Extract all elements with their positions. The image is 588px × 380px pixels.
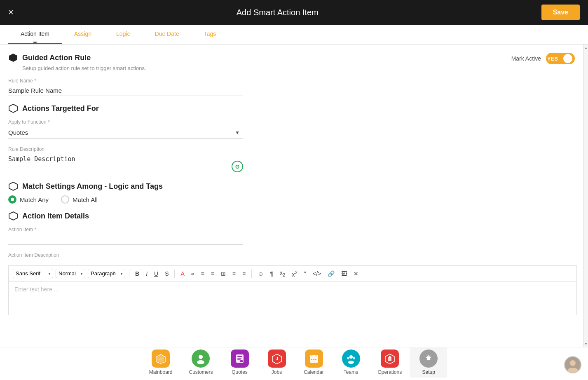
bottom-nav: ⌂ Mainboard Customers Quotes — [0, 347, 588, 380]
match-any-option[interactable]: Match Any — [8, 195, 49, 204]
quotes-icon — [231, 350, 249, 368]
font-size-select[interactable]: Normal Small Large — [56, 269, 85, 278]
svg-marker-2 — [9, 182, 17, 190]
tab-due-date[interactable]: Due Date — [143, 25, 192, 44]
editor-body[interactable]: Enter text here ... — [9, 282, 576, 315]
section-header-match: Match Settings Among - Logic and Tags — [8, 181, 575, 191]
calendar-icon — [305, 350, 323, 368]
font-family-wrapper: Sans Serif Serif Monospace — [13, 269, 53, 278]
match-any-radio[interactable] — [8, 195, 16, 204]
rule-name-input[interactable] — [8, 85, 243, 96]
paragraph-mark-button[interactable]: ¶ — [268, 269, 276, 278]
mainboard-label: Mainboard — [149, 369, 173, 375]
apply-to-label: Apply to Function * — [8, 119, 575, 125]
svg-rect-29 — [389, 356, 391, 358]
customers-icon — [192, 350, 210, 368]
action-item-input[interactable] — [8, 234, 243, 245]
grammarly-icon[interactable]: G — [232, 161, 243, 172]
font-size-wrapper: Normal Small Large — [56, 269, 85, 278]
teams-icon — [342, 350, 360, 368]
svg-rect-11 — [237, 358, 241, 359]
nav-item-setup[interactable]: Setup — [410, 347, 447, 378]
tab-logic[interactable]: Logic — [104, 25, 142, 44]
apply-to-wrapper: Quotes Orders Invoices Customers ▼ — [8, 127, 243, 139]
app-header: × Add Smart Action Item Save — [0, 0, 588, 25]
nav-item-quotes[interactable]: Quotes — [221, 347, 258, 378]
rule-name-label: Rule Name * — [8, 78, 575, 84]
action-item-group: Action Item * — [8, 227, 575, 245]
tab-action-item[interactable]: Action Item — [8, 25, 62, 44]
svg-point-26 — [348, 361, 354, 364]
code-button[interactable]: </> — [311, 269, 323, 278]
svg-rect-12 — [237, 359, 241, 360]
strikethrough-button[interactable]: S — [163, 269, 171, 278]
tab-tags[interactable]: Tags — [192, 25, 229, 44]
section-header-details: Action Item Details — [8, 211, 575, 221]
nav-item-operations[interactable]: Operations — [370, 347, 410, 378]
match-all-radio[interactable] — [61, 195, 69, 204]
superscript-button[interactable]: x2 — [290, 268, 300, 279]
italic-button[interactable]: I — [144, 269, 150, 278]
svg-rect-17 — [310, 355, 318, 358]
setup-label: Setup — [422, 369, 435, 375]
align-button[interactable]: ≡ — [240, 269, 248, 278]
close-button[interactable]: × — [8, 8, 14, 17]
indent-more-button[interactable]: ≡ — [230, 269, 238, 278]
match-radio-group: Match Any Match All — [8, 195, 575, 204]
match-settings-title: Match Settings Among - Logic and Tags — [22, 182, 163, 191]
description-wrapper: Sample Description G — [8, 154, 243, 174]
hex-icon-details — [8, 211, 18, 221]
highlight-button[interactable]: ≈ — [189, 269, 197, 278]
rule-description-input[interactable]: Sample Description — [8, 154, 243, 172]
teams-label: Teams — [344, 369, 358, 375]
match-any-label: Match Any — [20, 196, 49, 203]
unordered-list-button[interactable]: ≡ — [199, 269, 206, 278]
rule-description-label: Rule Description — [8, 146, 575, 152]
nav-item-teams[interactable]: Teams — [333, 347, 370, 378]
guided-action-rule-subtitle: Setup guided action rule set to trigger … — [22, 65, 575, 71]
indent-less-button[interactable]: ⊞ — [219, 269, 228, 278]
image-button[interactable]: 🖼 — [339, 269, 349, 278]
actions-targeted-section: Actions Targetted For Apply to Function … — [8, 103, 575, 174]
svg-point-7 — [199, 355, 203, 359]
right-scrollbar[interactable]: ▲ ▼ — [583, 45, 588, 347]
main-content: Guided Action Rule Setup guided action r… — [0, 45, 583, 347]
font-family-select[interactable]: Sans Serif Serif Monospace — [13, 269, 53, 278]
tab-assign[interactable]: Assign — [62, 25, 104, 44]
scroll-up-arrow[interactable]: ▲ — [583, 45, 588, 51]
bold-button[interactable]: B — [133, 269, 141, 278]
scroll-track[interactable] — [583, 51, 588, 340]
editor-toolbar: Sans Serif Serif Monospace Normal Small … — [9, 266, 576, 282]
rich-text-editor: Sans Serif Serif Monospace Normal Small … — [8, 265, 577, 315]
subscript-button[interactable]: x2 — [278, 268, 287, 279]
nav-item-mainboard[interactable]: ⌂ Mainboard — [141, 347, 181, 378]
svg-rect-20 — [311, 359, 312, 360]
svg-text:⌂: ⌂ — [159, 357, 162, 361]
action-item-details-section: Action Item Details Action Item * Action… — [8, 211, 575, 315]
mark-active-toggle[interactable]: YES — [546, 53, 575, 64]
action-item-desc-group: Action Item Description — [8, 252, 575, 258]
save-button[interactable]: Save — [541, 5, 580, 20]
user-avatar[interactable] — [564, 356, 581, 373]
operations-icon — [381, 350, 399, 368]
link-button[interactable]: 🔗 — [326, 269, 337, 278]
quote-button[interactable]: " — [302, 269, 308, 278]
svg-marker-1 — [9, 104, 17, 113]
match-all-option[interactable]: Match All — [61, 195, 98, 204]
nav-item-customers[interactable]: Customers — [180, 347, 221, 378]
svg-rect-22 — [315, 359, 316, 360]
underline-button[interactable]: U — [152, 269, 160, 278]
emoji-button[interactable]: ☺ — [255, 269, 265, 278]
paragraph-select[interactable]: Paragraph Heading 1 Heading 2 — [88, 269, 125, 278]
clear-format-button[interactable]: ✕ — [351, 269, 361, 278]
scroll-down-arrow[interactable]: ▼ — [583, 340, 588, 347]
nav-item-jobs[interactable]: J Jobs — [258, 347, 295, 378]
section-header-guided: Guided Action Rule — [8, 53, 575, 63]
page-title: Add Smart Action Item — [237, 8, 319, 17]
apply-to-select[interactable]: Quotes Orders Invoices Customers — [8, 127, 243, 139]
mark-active-label: Mark Active — [511, 55, 541, 62]
font-color-button[interactable]: A — [178, 269, 186, 278]
ordered-list-button[interactable]: ≡ — [209, 269, 216, 278]
svg-rect-13 — [240, 360, 243, 362]
nav-item-calendar[interactable]: Calendar — [295, 347, 333, 378]
